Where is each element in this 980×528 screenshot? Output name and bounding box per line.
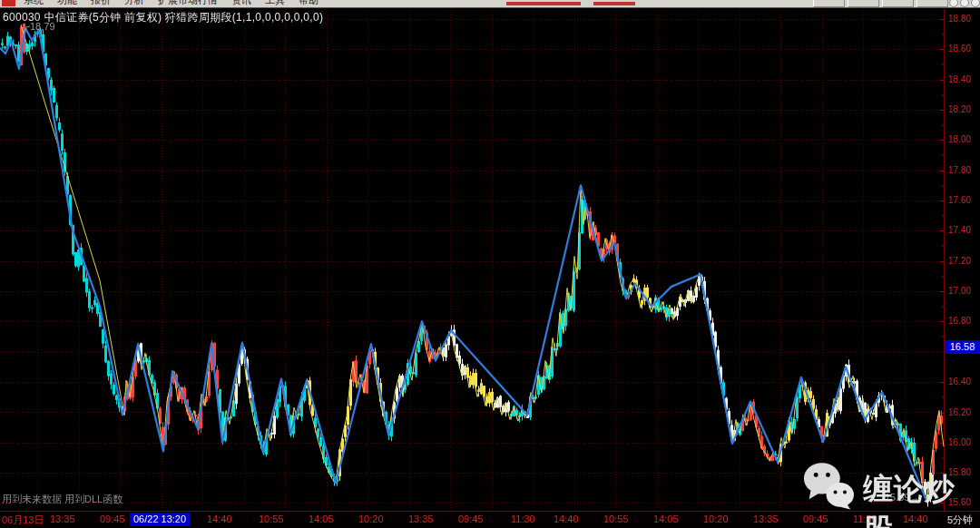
- time-axis-label-highlighted: 06/22 13:20: [130, 513, 190, 526]
- time-axis-label: 14:05: [653, 513, 679, 524]
- time-axis-label: 09:45: [458, 513, 484, 524]
- time-axis-label: 13:35: [408, 513, 434, 524]
- time-axis-label: 13:35: [753, 513, 779, 524]
- menu-items: 系统功能报价分析扩展市场行情资讯工具帮助: [24, 0, 318, 7]
- menu-bar: 系统功能报价分析扩展市场行情资讯工具帮助: [0, 0, 980, 8]
- menu-item[interactable]: 扩展市场行情: [158, 0, 218, 7]
- close-button[interactable]: [971, 0, 980, 7]
- current-price-tag: 16.58: [945, 340, 980, 354]
- menu-item[interactable]: 资讯: [231, 0, 251, 7]
- time-axis-label: 10:55: [259, 513, 284, 524]
- minimize-button[interactable]: [949, 0, 958, 7]
- price-axis-label: 18.80: [948, 14, 971, 24]
- menu-item[interactable]: 功能: [57, 0, 77, 7]
- restore-button[interactable]: [960, 0, 969, 7]
- time-axis-label: 10:20: [358, 513, 384, 524]
- toolbar-buttons: [813, 0, 948, 7]
- time-axis-label: 11:30: [511, 513, 535, 524]
- price-axis-label: 18.00: [948, 134, 971, 144]
- toolbar-button[interactable]: [848, 0, 879, 7]
- watermark: 缠论炒股: [802, 458, 980, 528]
- notice-fragment: [593, 2, 635, 5]
- notice-text-clipped: [506, 2, 635, 5]
- price-axis-label: 18.40: [948, 74, 971, 84]
- price-axis-label: 16.80: [948, 316, 971, 326]
- toolbar-button[interactable]: [813, 0, 845, 7]
- watermark-text: 缠论炒股: [863, 469, 980, 528]
- time-axis-label: 14:05: [309, 513, 334, 524]
- time-axis-label: 14:40: [207, 513, 232, 524]
- price-axis-label: 17.80: [948, 165, 971, 175]
- menu-item[interactable]: 工具: [265, 0, 285, 7]
- price-axis-label: 17.40: [948, 225, 971, 235]
- price-axis-label: 17.60: [948, 195, 971, 205]
- toolbar-button[interactable]: [916, 0, 948, 7]
- price-axis-label: 17.00: [948, 286, 971, 296]
- trading-app-window: { "window": { "menu_items": ["系统", "功能",…: [0, 0, 980, 528]
- time-axis-label: 10:20: [703, 513, 729, 524]
- app-logo-icon: [2, 0, 15, 6]
- price-axis-label: 18.60: [948, 44, 971, 54]
- time-axis-label: 13:35: [50, 513, 75, 524]
- notice-fragment: [506, 2, 581, 5]
- window-controls: [949, 0, 980, 7]
- menu-item[interactable]: 帮助: [299, 0, 318, 7]
- high-price-annotation: 18.79: [30, 21, 55, 32]
- time-axis-label: 10:55: [603, 513, 629, 524]
- price-axis-label: 16.20: [948, 407, 971, 417]
- price-axis-label: 17.20: [948, 256, 971, 266]
- price-axis-label: 18.20: [948, 104, 971, 114]
- menu-item[interactable]: 分析: [124, 0, 144, 7]
- menu-item[interactable]: 系统: [24, 0, 44, 7]
- menu-item[interactable]: 报价: [91, 0, 111, 7]
- chart-canvas[interactable]: [0, 0, 980, 528]
- wechat-icon: [802, 458, 856, 511]
- toolbar-button[interactable]: [882, 0, 914, 7]
- time-axis-label: 09:45: [100, 513, 125, 524]
- time-axis-label: 14:40: [554, 513, 579, 524]
- price-axis-label: 16.00: [948, 437, 971, 447]
- price-axis-label: 16.40: [948, 376, 971, 386]
- time-axis-label: 06月13日: [2, 513, 44, 527]
- future-data-warning: 用到未来数据 用到DLL函数: [2, 493, 122, 506]
